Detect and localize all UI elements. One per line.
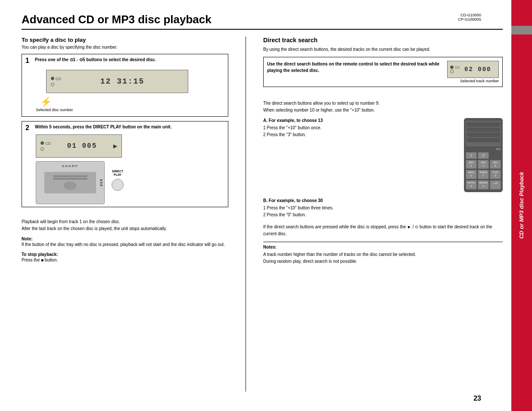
disc-indicators-step2: CD xyxy=(40,141,51,151)
stereo-unit-body: SHARP xyxy=(36,161,105,204)
scroll-indicator xyxy=(511,26,532,34)
numpad-key-def3[interactable]: DEF3 xyxy=(466,160,477,169)
numpad-key-ghi4[interactable]: GHI4 xyxy=(478,160,489,169)
stop-section: To stop playback: Press the ■ button. xyxy=(22,252,228,263)
numpad-key-pqrs7[interactable]: PQRS7 xyxy=(478,170,489,179)
selected-track-label: Selected track number xyxy=(447,79,499,83)
display-text-step1: 12 31:15 xyxy=(100,77,144,86)
info-display: CD 02 000 Selected track number xyxy=(447,61,499,83)
stop-text: Press the ■ button. xyxy=(22,257,228,263)
direct-search-subtitle: By using the direct search buttons, the … xyxy=(263,46,503,53)
step1-header: 1 Press one of the ⊙1 - ⊙5 buttons to se… xyxy=(25,57,224,65)
info-box: Use the direct search buttons on the rem… xyxy=(263,57,503,87)
note-section: Note: If the button of the disc tray wit… xyxy=(22,237,228,248)
example-a-section: A. For example, to choose 13 1 Press the… xyxy=(263,118,503,192)
display-label-step1: Selected disc number xyxy=(36,108,224,112)
content-columns: To specify a disc to play You can play a… xyxy=(22,37,503,392)
numpad-key-space0[interactable]: SPACE0 xyxy=(478,180,489,190)
arrow-step2: ▶ xyxy=(113,143,117,149)
step2-header: 2 Within 5 seconds, press the DIRECT PLA… xyxy=(25,124,224,132)
numpad: 1 2 DEF3 GHI4 JKL5 MNO6 PQRS7 TUV8 xyxy=(466,152,501,190)
disc-ind-1 xyxy=(51,77,54,80)
note-title: Note: xyxy=(22,237,228,241)
page-number: 23 xyxy=(473,395,481,402)
info-display-text: 02 000 xyxy=(464,66,491,73)
column-divider xyxy=(246,37,246,392)
info-box-text: Use the direct search buttons on the rem… xyxy=(267,61,443,74)
remote-control-wrapper: ABC 1 2 DEF3 GHI4 JKL5 xyxy=(464,118,503,192)
page-title: Advanced CD or MP3 disc playback xyxy=(22,13,503,30)
info-disc-ind-1 xyxy=(450,65,454,69)
note-text: If the button of the disc tray with no d… xyxy=(22,241,228,248)
numpad-key-mno6[interactable]: MNO6 xyxy=(466,170,477,179)
display-box-step1: CD 12 31:15 xyxy=(46,70,188,93)
example-a-text: A. For example, to choose 13 1 Press the… xyxy=(263,118,457,138)
main-content: CD-G10000 CP-G10000S Advanced CD or MP3 … xyxy=(0,0,511,411)
disc-indicators-step1: CD xyxy=(51,77,61,86)
remote-top xyxy=(466,121,501,146)
step1-box: 1 Press one of the ⊙1 - ⊙5 buttons to se… xyxy=(22,54,228,117)
playback-notes: Playback will begin from track 1 on the … xyxy=(22,212,228,232)
display-text-step2: 01 005 xyxy=(67,142,97,150)
example-a-header: A. For example, to choose 13 xyxy=(263,118,457,123)
display-box-step2: CD 01 005 ▶ xyxy=(36,134,122,158)
numpad-header: ABC xyxy=(466,148,501,150)
numpad-key-wxyz9[interactable]: WXYZ9 xyxy=(466,180,477,190)
info-display-screen: CD 02 000 xyxy=(447,61,499,78)
direct-play-button[interactable] xyxy=(112,179,124,191)
remote-body: ABC 1 2 DEF3 GHI4 JKL5 xyxy=(464,118,503,192)
example-b-steps: 1 Press the "+10" button three times. 2 … xyxy=(263,205,503,218)
left-section-title: To specify a disc to play xyxy=(22,37,228,43)
right-column: Direct track search By using the direct … xyxy=(263,37,503,392)
step2-number: 2 xyxy=(25,124,32,132)
search-stopped-text: If the direct search buttons are pressed… xyxy=(263,224,503,237)
disc-ind-s2-2 xyxy=(40,147,44,151)
numpad-key-plus10[interactable]: +10 xyxy=(490,180,501,190)
numpad-key-tuv8[interactable]: TUV8 xyxy=(490,170,501,179)
info-disc-ind-2 xyxy=(450,70,454,73)
page-container: CD-G10000 CP-G10000S Advanced CD or MP3 … xyxy=(0,0,532,411)
side-tab: CD or MP3 disc Playback xyxy=(511,0,532,411)
left-column: To specify a disc to play You can play a… xyxy=(22,37,228,392)
direct-search-header: Direct track search xyxy=(263,37,503,44)
step1-number: 1 xyxy=(25,57,32,65)
step2-text: Within 5 seconds, press the DIRECT PLAY … xyxy=(35,124,171,130)
disc-ind-2 xyxy=(51,83,54,86)
numpad-key-2[interactable]: 2 xyxy=(478,152,489,159)
example-b-section: B. For example, to choose 30 1 Press the… xyxy=(263,198,503,218)
direct-play-area: DIRECTPLAY xyxy=(112,170,124,191)
notes-title: Notes: xyxy=(263,245,503,249)
search-info-text: The direct search buttons allow you to s… xyxy=(263,93,503,114)
example-a-steps: 1 Press the "+10" button once. 2 Press t… xyxy=(263,125,457,138)
note-1: A track number higher than the number of… xyxy=(263,251,503,258)
example-b-header: B. For example, to choose 30 xyxy=(263,198,503,203)
notes-bottom: Notes: A track number higher than the nu… xyxy=(263,242,503,265)
note-2: During random play, direct search is not… xyxy=(263,258,503,265)
stop-label: To stop playback: xyxy=(22,252,228,257)
left-section-subtitle: You can play a disc by specifying the di… xyxy=(22,45,228,50)
step2-box: 2 Within 5 seconds, press the DIRECT PLA… xyxy=(22,121,228,207)
model-numbers: CD-G10000 CP-G10000S xyxy=(458,13,481,22)
disc-ind-s2-1 xyxy=(40,141,44,145)
step1-text: Press one of the ⊙1 - ⊙5 buttons to sele… xyxy=(35,57,156,63)
numpad-key-1[interactable]: 1 xyxy=(466,152,477,159)
side-tab-text: CD or MP3 disc Playback xyxy=(518,172,525,239)
numpad-key-jkl5[interactable]: JKL5 xyxy=(490,160,501,169)
